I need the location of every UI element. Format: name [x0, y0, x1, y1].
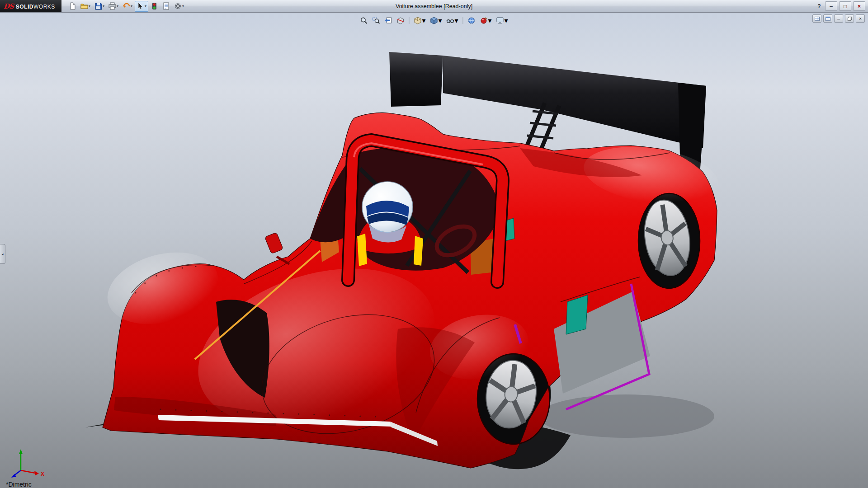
view-orientation-button[interactable]: ▾ [412, 15, 427, 26]
appearance-sphere-icon [480, 17, 488, 24]
x-axis-arrow [34, 471, 39, 475]
open-button[interactable]: ▾ [79, 1, 92, 12]
shaded-cube-icon [430, 17, 438, 24]
glasses-icon [446, 17, 454, 24]
save-button[interactable]: ▾ [93, 1, 106, 12]
title-bar: DS SOLIDWORKS ▾ ▾ ▾ ▾ ▾ [0, 0, 868, 13]
print-button[interactable]: ▾ [107, 1, 120, 12]
chevron-down-icon: ▾ [145, 5, 146, 8]
chevron-down-icon: ▾ [89, 5, 90, 8]
view-settings-button[interactable]: ▾ [495, 15, 509, 26]
chevron-down-icon: ▾ [117, 5, 118, 8]
open-folder-icon [80, 2, 88, 10]
magnifier-icon [360, 17, 368, 24]
section-view-button[interactable] [395, 15, 406, 26]
new-document-icon [69, 2, 76, 10]
hide-show-items-button[interactable]: ▾ [445, 15, 459, 26]
close-button[interactable]: × [853, 1, 865, 11]
chevron-down-icon: ▾ [422, 16, 425, 25]
chevron-down-icon: ▾ [505, 16, 508, 25]
toolbar-separator [409, 17, 409, 24]
doc-minimize-button[interactable]: – [834, 14, 843, 23]
restore-icon [847, 16, 853, 22]
magnifier-area-icon [372, 17, 380, 24]
new-document-button[interactable] [67, 1, 78, 12]
undo-arrow-icon [123, 2, 130, 10]
solidworks-logo-mark: DS [4, 2, 14, 10]
solidworks-logo: DS SOLIDWORKS [0, 0, 61, 12]
doc-restore-button[interactable] [845, 14, 854, 23]
new-window-button[interactable] [823, 14, 832, 23]
rebuild-button[interactable] [149, 1, 160, 12]
options-button[interactable]: ▾ [172, 1, 186, 12]
minimize-button[interactable]: – [825, 1, 837, 11]
select-button[interactable]: ▾ [135, 1, 148, 12]
edit-appearance-button[interactable]: ▾ [479, 15, 493, 26]
window-title: Voiture assemblee [Read-only] [396, 3, 472, 9]
viewport-layout-button[interactable] [812, 14, 821, 23]
file-properties-icon [162, 2, 170, 10]
display-style-button[interactable]: ▾ [429, 15, 443, 26]
document-window-controls: – × [812, 14, 865, 23]
apply-scene-button[interactable] [467, 15, 477, 26]
undo-button[interactable]: ▾ [121, 1, 134, 12]
monitor-icon [496, 17, 504, 24]
x-axis-label: X [41, 471, 44, 477]
graphics-area[interactable]: ▾ ▾ ▾ ▾ ▾ – × ◂ X *Dimetric [0, 13, 868, 488]
zoom-to-fit-button[interactable] [359, 15, 369, 26]
toolbar-separator [463, 17, 463, 24]
chevron-down-icon: ▾ [438, 16, 442, 25]
side-mirror [265, 232, 283, 254]
chevron-down-icon: ▾ [454, 16, 458, 25]
window-icon [825, 16, 831, 22]
view-cube-icon [414, 17, 421, 24]
heads-up-view-toolbar: ▾ ▾ ▾ ▾ ▾ [359, 15, 509, 26]
chevron-down-icon: ▾ [103, 5, 104, 8]
reference-triad: X [7, 447, 52, 479]
previous-view-icon [384, 17, 392, 24]
zoom-to-area-button[interactable] [371, 15, 381, 26]
file-properties-button[interactable] [160, 1, 172, 12]
globe-icon [468, 17, 476, 24]
model-scene[interactable] [0, 13, 868, 488]
featuremanager-collapse-tab[interactable]: ◂ [0, 244, 5, 264]
chevron-down-icon: ▾ [182, 5, 184, 8]
standard-toolbar: ▾ ▾ ▾ ▾ ▾ ▾ [67, 1, 186, 12]
save-floppy-icon [94, 2, 102, 10]
chevron-down-icon: ▾ [488, 16, 492, 25]
viewport-grid-icon [814, 16, 820, 22]
window-controls: ? – □ × [815, 1, 868, 11]
y-axis-arrow [19, 449, 23, 454]
rebuild-stoplight-icon [151, 2, 158, 10]
chevron-down-icon: ▾ [131, 5, 132, 8]
previous-view-button[interactable] [383, 15, 393, 26]
maximize-button[interactable]: □ [839, 1, 851, 11]
select-cursor-icon [137, 2, 144, 10]
section-cube-icon [396, 17, 404, 24]
doc-close-button[interactable]: × [856, 14, 865, 23]
view-orientation-label: *Dimetric [6, 481, 32, 488]
help-button[interactable]: ? [815, 2, 823, 10]
printer-icon [108, 2, 116, 10]
options-gear-icon [174, 2, 182, 10]
